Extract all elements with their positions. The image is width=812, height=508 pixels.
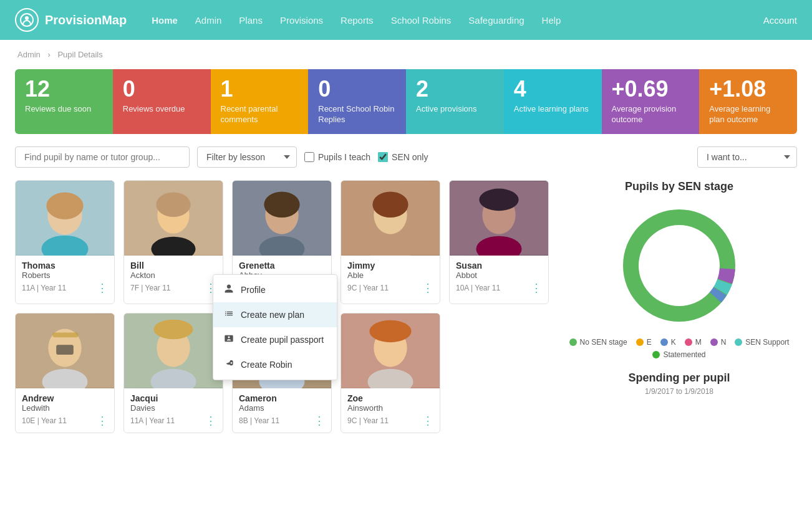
pupil-menu-thomas[interactable]: ⋮ xyxy=(97,282,108,294)
stat-number-parental: 1 xyxy=(221,78,299,100)
svg-point-37 xyxy=(369,320,411,342)
pupil-grid: Thomas Roberts 11A | Year 11 ⋮ xyxy=(15,180,549,433)
person-icon xyxy=(223,284,234,296)
pupil-menu-cameron[interactable]: ⋮ xyxy=(314,415,325,426)
pupil-info-grenetta: Grenetta Abbey 10B | Year 11 ⋮ Profile xyxy=(233,256,331,297)
pupil-card-jacqui[interactable]: Jacqui Davies 11A | Year 11 ⋮ xyxy=(123,313,223,433)
chart-panel: Pupils by SEN stage No SEN stage xyxy=(561,180,797,433)
pupil-info-bill: Bill Ackton 7F | Year 11 ⋮ xyxy=(124,256,223,294)
pupil-meta-jimmy: 9C | Year 11 ⋮ xyxy=(347,282,433,294)
nav-provisions[interactable]: Provisions xyxy=(280,15,323,26)
breadcrumb: Admin › Pupil Details xyxy=(15,50,797,59)
spending-title: Spending per pupil xyxy=(561,371,797,385)
dropdown-create-passport-label: Create pupil passport xyxy=(241,335,324,345)
nav-admin[interactable]: Admin xyxy=(195,15,222,26)
legend-label-sen-support: SEN Support xyxy=(745,338,789,347)
pupil-menu-zoe[interactable]: ⋮ xyxy=(422,415,433,426)
stat-number-reviews-soon: 12 xyxy=(25,78,103,100)
pupils-teach-checkbox[interactable] xyxy=(304,152,314,162)
pupil-meta-jacqui: 11A | Year 11 ⋮ xyxy=(130,415,216,426)
svg-rect-24 xyxy=(52,332,78,337)
pupil-card-thomas[interactable]: Thomas Roberts 11A | Year 11 ⋮ xyxy=(15,180,115,304)
pupil-name-cameron: Cameron xyxy=(239,393,325,403)
legend-dot-statemented xyxy=(652,351,660,358)
stat-label-robin: Recent School Robin Replies xyxy=(318,104,396,125)
dropdown-create-plan[interactable]: Create new plan xyxy=(213,302,337,327)
pupil-surname-bill: Ackton xyxy=(130,271,216,280)
nav-school-robins[interactable]: School Robins xyxy=(391,15,452,26)
pupil-info-jimmy: Jimmy Able 9C | Year 11 ⋮ xyxy=(341,256,440,294)
nav-home[interactable]: Home xyxy=(152,15,178,26)
svg-point-13 xyxy=(264,191,299,217)
dropdown-create-robin[interactable]: Create Robin xyxy=(213,352,337,377)
svg-point-9 xyxy=(156,192,190,217)
pupil-card-zoe[interactable]: Zoe Ainsworth 9C | Year 11 ⋮ xyxy=(341,313,440,433)
pupils-teach-group: Pupils I teach xyxy=(304,152,370,162)
stat-active-provisions[interactable]: 2 Active provisions xyxy=(406,69,504,134)
stat-number-plans: 4 xyxy=(514,78,592,100)
pupil-card-andrew[interactable]: Andrew Ledwith 10E | Year 11 ⋮ xyxy=(15,313,115,433)
breadcrumb-admin[interactable]: Admin xyxy=(17,50,41,59)
legend-e: E xyxy=(636,338,652,347)
legend-dot-no-sen xyxy=(569,338,577,346)
brand-icon xyxy=(15,8,39,32)
pupil-card-jimmy[interactable]: Jimmy Able 9C | Year 11 ⋮ xyxy=(341,180,440,304)
nav-safeguarding[interactable]: Safeguarding xyxy=(468,15,524,26)
stat-label-reviews-soon: Reviews due soon xyxy=(25,104,103,115)
dropdown-profile[interactable]: Profile xyxy=(213,277,337,302)
stat-label-provisions: Active provisions xyxy=(416,104,494,115)
pupil-card-grenetta[interactable]: Grenetta Abbey 10B | Year 11 ⋮ Profile xyxy=(232,180,332,304)
breadcrumb-pupil-details: Pupil Details xyxy=(57,50,102,59)
svg-point-17 xyxy=(372,191,408,217)
nav-links: Home Admin Plans Provisions Reports Scho… xyxy=(152,15,753,26)
stat-number-reviews-overdue: 0 xyxy=(123,78,201,100)
pupil-meta-zoe: 9C | Year 11 ⋮ xyxy=(347,415,433,426)
nav-plans[interactable]: Plans xyxy=(239,15,263,26)
pupil-group-bill: 7F | Year 11 xyxy=(130,284,171,292)
stat-plan-outcome[interactable]: +1.08 Average learning plan outcome xyxy=(699,69,797,134)
nav-reports[interactable]: Reports xyxy=(341,15,374,26)
stat-learning-plans[interactable]: 4 Active learning plans xyxy=(504,69,602,134)
dropdown-create-robin-label: Create Robin xyxy=(241,360,292,370)
pupil-menu-jacqui[interactable]: ⋮ xyxy=(205,415,216,426)
pupil-meta-cameron: 8B | Year 11 ⋮ xyxy=(239,415,325,426)
pupil-card-susan[interactable]: Susan Abbot 10A | Year 11 ⋮ xyxy=(449,180,549,304)
pupil-menu-susan[interactable]: ⋮ xyxy=(531,282,542,294)
lesson-filter[interactable]: Filter by lesson xyxy=(197,146,297,168)
pupil-info-cameron: Cameron Adams 8B | Year 11 ⋮ xyxy=(233,388,331,426)
list-icon xyxy=(223,309,234,321)
dropdown-create-passport[interactable]: Create pupil passport xyxy=(213,327,337,352)
pupil-photo-susan xyxy=(450,181,548,256)
stat-reviews-overdue[interactable]: 0 Reviews overdue xyxy=(113,69,211,134)
brand-logo[interactable]: ProvisionMap xyxy=(15,8,127,32)
svg-point-21 xyxy=(479,188,518,211)
legend-label-no-sen: No SEN stage xyxy=(580,338,627,347)
search-input[interactable] xyxy=(15,146,190,168)
pupil-info-andrew: Andrew Ledwith 10E | Year 11 ⋮ xyxy=(16,388,114,426)
filter-bar: Filter by lesson Pupils I teach SEN only… xyxy=(15,146,797,168)
legend-statemented: Statemented xyxy=(652,350,705,359)
pupil-menu-jimmy[interactable]: ⋮ xyxy=(422,282,433,294)
i-want-select[interactable]: I want to... xyxy=(697,146,797,168)
chart-legend: No SEN stage E K M N xyxy=(561,338,797,359)
svg-point-1 xyxy=(25,16,29,20)
pupil-name-grenetta: Grenetta xyxy=(239,261,325,271)
pupil-menu-andrew[interactable]: ⋮ xyxy=(97,415,108,426)
sen-only-checkbox[interactable] xyxy=(378,152,388,162)
pupil-photo-zoe xyxy=(341,314,440,388)
nav-account[interactable]: Account xyxy=(763,15,797,26)
pupil-name-andrew: Andrew xyxy=(22,393,108,403)
dropdown-create-plan-label: Create new plan xyxy=(241,310,304,320)
stat-provision-outcome[interactable]: +0.69 Average provision outcome xyxy=(602,69,700,134)
pupil-group-jimmy: 9C | Year 11 xyxy=(347,284,389,292)
stat-parental-comments[interactable]: 1 Recent parental comments xyxy=(211,69,309,134)
stat-robin-replies[interactable]: 0 Recent School Robin Replies xyxy=(308,69,406,134)
pupil-photo-thomas xyxy=(16,181,114,256)
nav-help[interactable]: Help xyxy=(542,15,561,26)
sen-only-group: SEN only xyxy=(378,152,428,162)
svg-rect-26 xyxy=(56,345,74,355)
legend-label-n: N xyxy=(721,338,727,347)
stat-reviews-soon[interactable]: 12 Reviews due soon xyxy=(15,69,113,134)
pupil-name-jimmy: Jimmy xyxy=(347,261,433,271)
pupil-card-bill[interactable]: Bill Ackton 7F | Year 11 ⋮ xyxy=(123,180,223,304)
